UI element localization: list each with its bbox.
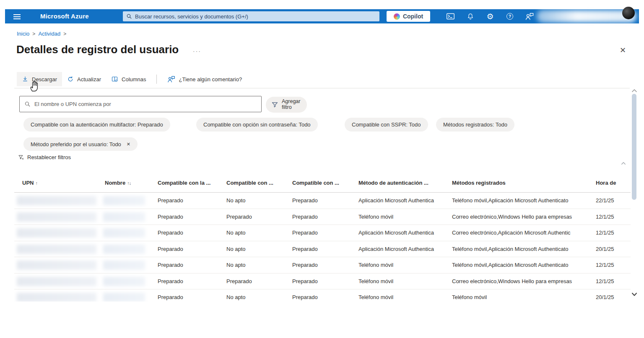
settings-button[interactable]: ⚙	[486, 12, 495, 21]
reset-filters-button[interactable]: Restablecer filtros	[18, 154, 71, 160]
filter-funnel-icon	[271, 101, 278, 108]
table-row[interactable]: Preparado No apto Preparado Teléfono móv…	[14, 289, 631, 302]
cloud-shell-button[interactable]	[446, 12, 455, 21]
filter-pill-label: Método preferido por el usuario: Todo	[31, 141, 121, 147]
columns-icon	[111, 76, 118, 83]
upn-redacted	[17, 293, 96, 302]
notifications-button[interactable]	[466, 12, 475, 21]
cell-hora: 12/1/25	[596, 262, 629, 268]
nombre-redacted	[103, 196, 145, 205]
cell-mfa: Preparado	[158, 262, 223, 268]
global-search-input[interactable]	[135, 13, 376, 20]
add-filter-label-line2: filtro	[282, 105, 300, 111]
breadcrumb-link-inicio[interactable]: Inicio	[17, 31, 29, 37]
terminal-icon	[446, 13, 455, 20]
filter-pill-passwordless[interactable]: Compatible con opción sin contraseña: To…	[196, 118, 318, 132]
download-button[interactable]: Descargar	[17, 72, 62, 86]
filter-pill-registered-methods[interactable]: Métodos registrados: Todo	[436, 118, 514, 132]
nombre-redacted	[103, 277, 145, 286]
column-header-upn[interactable]: UPN↑	[22, 180, 37, 186]
avatar[interactable]	[622, 7, 635, 19]
column-header-passwordless[interactable]: Compatible con ...	[226, 180, 289, 186]
refresh-icon	[67, 76, 74, 83]
table-row[interactable]: Preparado Preparado Preparado Teléfono m…	[14, 209, 631, 225]
cell-registered-methods: Teléfono móvil,Aplicación Microsoft Auth…	[452, 197, 594, 204]
feedback-button[interactable]	[525, 12, 534, 21]
column-header-sspr[interactable]: Compatible con ...	[292, 180, 355, 186]
cell-sspr: Preparado	[292, 294, 355, 300]
add-filter-label-line1: Agregar	[282, 99, 300, 105]
sort-asc-icon: ↑	[35, 181, 37, 186]
cell-auth-method: Teléfono móvil	[358, 278, 450, 284]
cell-auth-method: Teléfono móvil	[358, 262, 450, 268]
scroll-down-icon[interactable]	[631, 292, 637, 297]
close-icon[interactable]: ✕	[620, 46, 626, 55]
nombre-redacted	[103, 261, 145, 270]
filter-pill-label: Compatible con opción sin contraseña: To…	[203, 121, 311, 128]
gear-icon: ⚙	[486, 13, 493, 21]
table-row[interactable]: Preparado No apto Preparado Aplicación M…	[14, 225, 631, 241]
filter-pill-label: Compatible con la autenticación multifac…	[31, 121, 163, 128]
cell-registered-methods: Correo electrónico,Windows Hello para em…	[452, 278, 594, 284]
columns-button[interactable]: Columnas	[106, 72, 151, 86]
name-upn-search-box[interactable]	[19, 96, 262, 112]
column-header-registered-methods[interactable]: Métodos registrados	[452, 180, 594, 186]
upn-redacted	[17, 212, 96, 222]
table-row[interactable]: Preparado No apto Preparado Aplicación M…	[14, 193, 631, 209]
column-header-hora[interactable]: Hora de	[596, 180, 629, 186]
breadcrumb-link-actividad[interactable]: Actividad	[38, 31, 60, 37]
nombre-redacted	[103, 212, 145, 222]
table-row[interactable]: Preparado Preparado Preparado Teléfono m…	[14, 273, 631, 290]
toolbar-divider	[156, 75, 157, 84]
hamburger-menu-icon[interactable]	[13, 13, 24, 21]
columns-label: Columnas	[122, 76, 146, 83]
bell-icon	[467, 13, 474, 21]
command-bar: Descargar Actualizar Columnas ¿Ti	[17, 71, 247, 87]
refresh-label: Actualizar	[77, 76, 101, 83]
cell-hora: 12/1/25	[596, 230, 629, 236]
top-bar: Microsoft Azure Copilot	[5, 9, 639, 23]
scrollbar-thumb[interactable]	[632, 94, 636, 200]
feedback-person-icon	[525, 12, 534, 21]
cell-auth-method: Aplicación Microsoft Authentica	[358, 197, 450, 204]
filter-pill-sspr[interactable]: Compatible con SSPR: Todo	[345, 118, 428, 132]
column-header-auth-method[interactable]: Método de autenticación ...	[358, 180, 450, 186]
filter-pill-mfa[interactable]: Compatible con la autenticación multifac…	[23, 118, 170, 132]
cell-sspr: Preparado	[292, 197, 355, 204]
feedback-comment-button[interactable]: ¿Tiene algún comentario?	[162, 72, 247, 87]
cell-registered-methods: Teléfono móvil,Aplicación Microsoft Auth…	[452, 262, 594, 268]
feedback-label: ¿Tiene algún comentario?	[179, 76, 242, 83]
cell-auth-method: Teléfono móvil	[358, 214, 450, 220]
nombre-redacted	[103, 245, 145, 254]
cell-passwordless: No apto	[226, 230, 289, 236]
upn-redacted	[17, 261, 96, 270]
name-upn-search-input[interactable]	[34, 101, 257, 107]
add-filter-button[interactable]: Agregar filtro	[266, 97, 307, 113]
download-icon	[22, 76, 29, 83]
column-header-mfa[interactable]: Compatible con la ...	[158, 180, 223, 186]
scroll-up-icon[interactable]	[631, 89, 637, 93]
table-row[interactable]: Preparado No apto Preparado Teléfono móv…	[14, 257, 631, 273]
filter-pill-preferred-method[interactable]: Método preferido por el usuario: Todo ✕	[23, 137, 138, 151]
global-search-box[interactable]	[123, 11, 379, 21]
copilot-button[interactable]: Copilot	[387, 11, 430, 22]
table-row[interactable]: Preparado No apto Preparado Aplicación M…	[14, 241, 631, 258]
cell-mfa: Preparado	[158, 214, 223, 220]
cell-passwordless: No apto	[226, 197, 289, 204]
cell-sspr: Preparado	[292, 214, 355, 220]
more-options-icon[interactable]: ···	[193, 48, 201, 54]
help-button[interactable]: ?	[505, 12, 514, 21]
cell-passwordless: Preparado	[226, 278, 289, 284]
cell-mfa: Preparado	[158, 246, 223, 252]
cell-mfa: Preparado	[158, 294, 223, 300]
remove-filter-icon[interactable]: ✕	[127, 142, 130, 147]
upn-redacted	[17, 277, 96, 286]
cell-auth-method: Teléfono móvil	[358, 294, 450, 300]
reset-filters-label: Restablecer filtros	[27, 154, 71, 160]
sort-both-icon: ↑↓	[127, 181, 131, 186]
download-label: Descargar	[32, 76, 57, 83]
help-icon: ?	[506, 13, 513, 20]
table-scroll-up-icon[interactable]	[621, 162, 626, 165]
column-header-nombre[interactable]: Nombre↑↓	[105, 180, 131, 186]
refresh-button[interactable]: Actualizar	[62, 72, 106, 86]
